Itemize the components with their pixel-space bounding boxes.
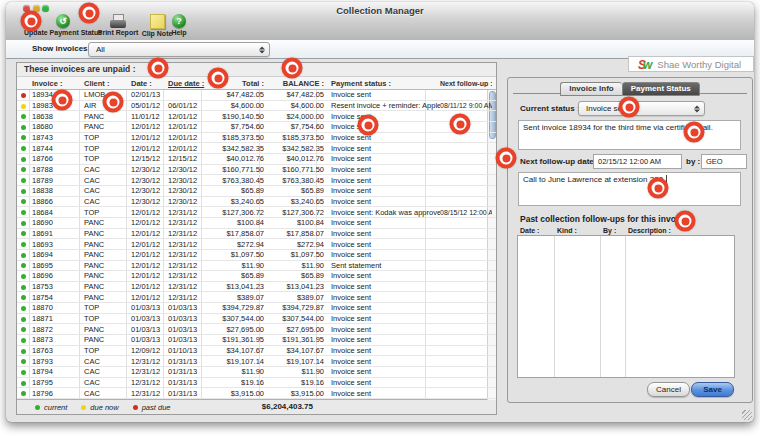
cell-payment-status: Invoice sent [327, 325, 440, 334]
status-dot [17, 367, 29, 376]
cell-total: $19,107.14 [206, 357, 267, 366]
table-row[interactable]: 18763TOP12/09/1201/10/13$34,107.67$34,10… [17, 346, 496, 357]
cell-payment-status: Invoice sent [327, 271, 440, 280]
cell-client: TOP [82, 144, 131, 153]
cell-invoice: 18695 [29, 261, 82, 270]
column-header-client[interactable]: Client : [82, 79, 131, 88]
tab-payment-status[interactable]: Payment Status [622, 82, 700, 96]
status-dot [17, 250, 29, 259]
table-row[interactable]: 18871TOP01/03/1301/03/13$307,544.00$307,… [17, 314, 496, 325]
status-dot [17, 357, 29, 366]
table-row[interactable]: 18743TOP12/01/1212/01/12$185,373.50$185,… [17, 133, 496, 144]
annotation-circle-date-header [148, 58, 169, 79]
cell-payment-status: Invoice sent [327, 165, 440, 174]
table-row[interactable]: 18753PANC12/01/1212/31/12$13,041.23$13,0… [17, 282, 496, 293]
table-row[interactable]: 18754PANC12/01/1212/31/12$389.07$389.07I… [17, 292, 496, 303]
column-header-invoice[interactable]: Invoice : [29, 79, 82, 88]
column-header-balance[interactable]: BALANCE : [267, 79, 327, 88]
cell-balance: $100.84 [267, 218, 327, 227]
table-row[interactable]: 18793CAC12/31/1201/31/13$19,107.14$19,10… [17, 356, 496, 367]
next-follow-up-date-field[interactable]: 02/15/12 12:00 AM [593, 154, 682, 169]
cancel-button[interactable]: Cancel [647, 382, 690, 397]
table-row[interactable]: 18691PANC12/01/1212/31/12$17,858.07$17,8… [17, 229, 496, 240]
column-header-payment-status[interactable]: Payment status : [327, 79, 440, 88]
past-follow-ups-list[interactable] [517, 235, 735, 378]
status-dot [17, 144, 29, 153]
table-row[interactable]: 18934LMOB02/01/13$47,482.05$47,482.05Inv… [17, 90, 496, 101]
table-row[interactable]: 18695PANC12/01/1212/31/12$11.90$11.90Sen… [17, 261, 496, 272]
column-header-date[interactable]: Date : [131, 79, 168, 88]
cell-balance: $127,306.72 [267, 208, 327, 217]
table-row[interactable]: 18873PANC01/03/1301/03/13$191,361.95$191… [17, 335, 496, 346]
cell-payment-status: Resent invoice + reminder: Apple deni [327, 101, 440, 110]
print-report-button[interactable]: Print Report [95, 14, 141, 36]
cell-total: $17,858.07 [206, 229, 267, 238]
table-row[interactable]: 18684TOP12/01/1212/31/12$127,306.72$127,… [17, 207, 496, 218]
table-row[interactable]: 18680PANC12/01/1212/01/12$7,754.60$7,754… [17, 122, 496, 133]
status-dot [17, 197, 29, 206]
table-row[interactable]: 18794CAC12/31/1201/31/13$11.90$11.90Invo… [17, 367, 496, 378]
save-button[interactable]: Save [691, 382, 734, 397]
table-row[interactable]: 18788CAC12/30/1212/30/12$160,771.50$160,… [17, 165, 496, 176]
legend-due-now-label: due now [90, 403, 118, 412]
cell-payment-status: Invoice sent [327, 282, 440, 291]
cell-invoice: 18693 [29, 240, 82, 249]
cell-due-date: 12/31/12 [168, 218, 206, 227]
cell-date: 12/01/12 [131, 250, 168, 259]
column-header-next-follow-up[interactable]: Next follow-up : [440, 80, 492, 87]
cell-date: 12/30/12 [131, 165, 168, 174]
cell-total: $100.84 [206, 218, 267, 227]
zoom-button[interactable] [42, 5, 49, 12]
cell-balance: $1,097.50 [267, 250, 327, 259]
table-row[interactable]: 18693PANC12/01/1212/31/12$272.94$272.94I… [17, 239, 496, 250]
help-button[interactable]: ? Help [169, 14, 189, 36]
resize-grip-icon[interactable] [742, 410, 752, 420]
annotation-circle-next-follow-up-date-label [496, 148, 517, 169]
table-row[interactable]: 18795CAC12/31/1201/31/13$19.16$19.16Invo… [17, 378, 496, 389]
table-row[interactable]: 18796CAC12/31/1201/31/13$3,915.00$3,915.… [17, 388, 496, 399]
table-row[interactable]: 18866CAC12/30/1212/30/12$3,240.65$3,240.… [17, 197, 496, 208]
cell-invoice: 18796 [29, 389, 82, 398]
call-note-textarea[interactable]: Call to June Lawrence at extension 230. [518, 172, 741, 206]
tab-invoice-info[interactable]: Invoice Info [560, 82, 621, 96]
table-row[interactable]: 18638PANC11/01/1212/01/12$190,140.50$24,… [17, 111, 496, 122]
cell-balance: $47,482.05 [267, 90, 327, 99]
table-header-row: Invoice : Client : Date : Due date : Tot… [17, 77, 496, 90]
cell-client: CAC [82, 378, 131, 387]
table-row[interactable]: 18838CAC12/30/1212/30/12$65.89$65.89Invo… [17, 186, 496, 197]
status-dot [17, 218, 29, 227]
help-orb-icon: ? [172, 14, 186, 28]
cell-due-date: 12/31/12 [168, 229, 206, 238]
cell-total: $27,695.00 [206, 325, 267, 334]
cell-due-date: 01/10/13 [168, 346, 206, 355]
table-row[interactable]: 18789CAC12/30/1212/30/12$763,380.45$763,… [17, 175, 496, 186]
status-note-textarea[interactable]: Sent invoice 18934 for the third time vi… [518, 120, 741, 150]
table-row[interactable]: 18872PANC01/03/1301/03/13$27,695.00$27,6… [17, 324, 496, 335]
table-row[interactable]: 18766TOP12/15/1212/15/12$40,012.76$40,01… [17, 154, 496, 165]
table-row[interactable]: 18696PANC12/01/1212/31/12$65.89$65.89Inv… [17, 271, 496, 282]
column-header-due-date[interactable]: Due date : [168, 79, 206, 88]
table-row[interactable]: 18694PANC12/01/1212/31/12$1,097.50$1,097… [17, 250, 496, 261]
cell-client: TOP [82, 314, 131, 323]
cell-total: $11.90 [206, 261, 267, 270]
table-row[interactable]: 18744TOP12/01/1212/01/12$342,582.35$342,… [17, 143, 496, 154]
show-invoices-for-dropdown[interactable]: All [88, 42, 270, 57]
table-row[interactable]: 18870TOP01/03/1301/03/13$394,729.87$394,… [17, 303, 496, 314]
current-status-dropdown[interactable]: Invoice sent [578, 101, 705, 116]
cell-due-date: 01/03/13 [168, 303, 206, 312]
list-divider [600, 236, 601, 377]
cell-balance: $342,582.35 [267, 144, 327, 153]
table-row[interactable]: 18983AIR05/01/1206/01/12$4,600.00$4,600.… [17, 101, 496, 112]
table-row[interactable]: 18690PANC12/01/1212/31/12$100.84$100.84I… [17, 218, 496, 229]
cell-balance: $763,380.45 [267, 176, 327, 185]
cell-payment-status: Invoice sent [327, 389, 440, 398]
annotation-circle-next-follow-up-column [450, 114, 471, 135]
printer-icon [110, 14, 126, 28]
cell-balance: $7,754.60 [267, 122, 327, 131]
cell-date: 12/01/12 [131, 282, 168, 291]
cell-invoice: 18871 [29, 314, 82, 323]
by-field[interactable]: GEO [701, 154, 747, 169]
clip-note-button[interactable]: Clip Note [144, 14, 170, 37]
by-label: by : [686, 157, 700, 166]
cell-due-date: 01/31/13 [168, 378, 206, 387]
